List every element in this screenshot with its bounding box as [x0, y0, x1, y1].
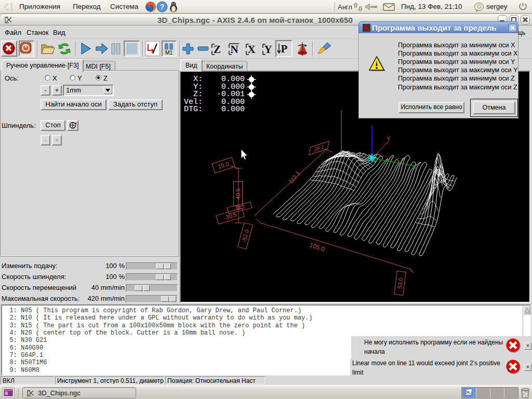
svg-text:X: X [247, 43, 255, 56]
svg-text:Y: Y [387, 136, 391, 142]
svg-text:105.0: 105.0 [309, 241, 326, 252]
svg-text:?: ? [160, 3, 165, 11]
svg-text:-86.2: -86.2 [234, 204, 245, 212]
svg-text:Z: Z [214, 43, 221, 56]
svg-text:P: P [281, 43, 288, 55]
svg-text:X: X [413, 164, 417, 170]
svg-text:Y: Y [264, 43, 272, 56]
svg-text:40.5: 40.5 [235, 188, 241, 199]
svg-text:26.1: 26.1 [313, 143, 324, 153]
svg-text:53.0: 53.0 [396, 277, 404, 289]
svg-text:N: N [230, 43, 238, 56]
svg-text:M1: M1 [165, 50, 172, 56]
svg-text:112.3: 112.3 [287, 170, 301, 185]
svg-text:10.0: 10.0 [217, 161, 230, 170]
